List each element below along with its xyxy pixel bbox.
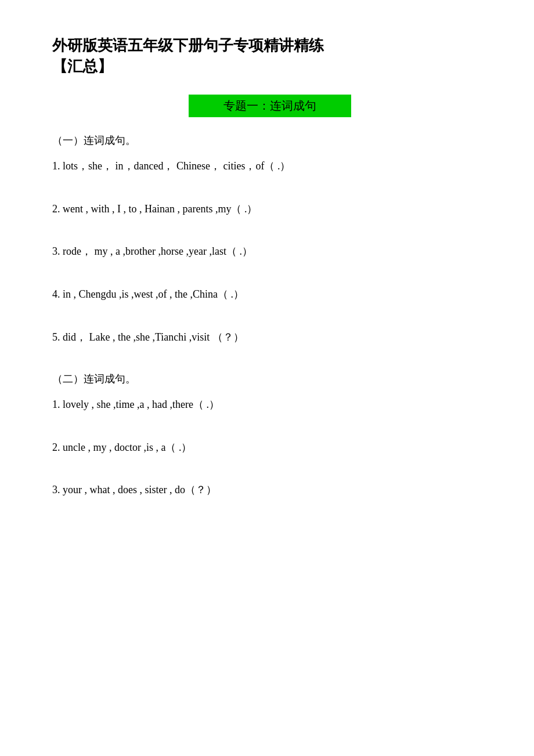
main-title: 外研版英语五年级下册句子专项精讲精练 【汇总】 (52, 35, 488, 77)
section2-q3: 3. your , what , does , sister , do（？） (52, 482, 488, 498)
section1: （一）连词成句。 1. lots，she， in，danced， Chinese… (52, 133, 488, 346)
section1-title: （一）连词成句。 (52, 133, 488, 147)
section1-q2: 2. went , with , I , to , Hainan , paren… (52, 201, 488, 218)
section-header-wrapper: 专题一：连词成句 (52, 95, 488, 117)
section2: （二）连词成句。 1. lovely , she ,time ,a , had … (52, 372, 488, 498)
section2-title: （二）连词成句。 (52, 372, 488, 386)
section2-q1: 1. lovely , she ,time ,a , had ,there（ .… (52, 396, 488, 413)
section2-q2: 2. uncle , my , doctor ,is , a（ .） (52, 439, 488, 456)
section1-q1: 1. lots，she， in，danced， Chinese， cities，… (52, 158, 488, 175)
section1-q5: 5. did， Lake , the ,she ,Tianchi ,visit … (52, 329, 488, 346)
section1-q3: 3. rode， my , a ,brother ,horse ,year ,l… (52, 243, 488, 260)
topic-header: 专题一：连词成句 (189, 95, 351, 117)
section1-q4: 4. in , Chengdu ,is ,west ,of , the ,Chi… (52, 286, 488, 303)
